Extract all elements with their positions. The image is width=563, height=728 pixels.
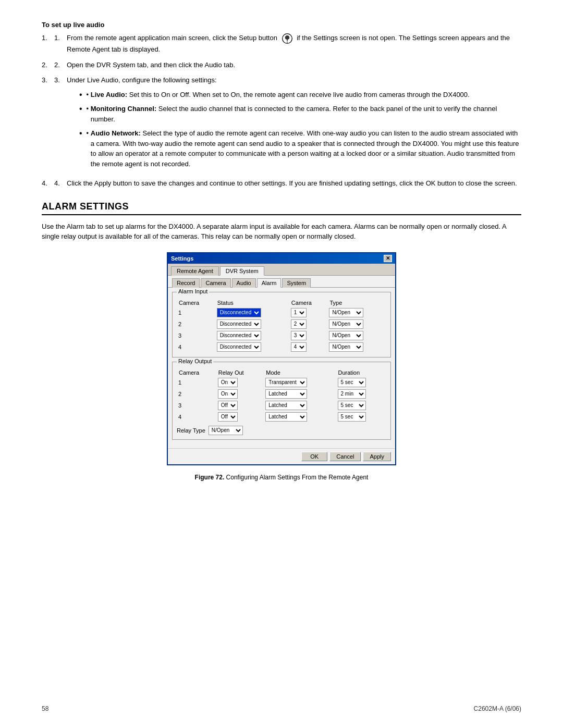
relay-type-select[interactable]: N/OpenN/Closed bbox=[209, 426, 243, 435]
alarm-camnum-select-4[interactable]: 1234 bbox=[291, 342, 307, 352]
relay-row-2: 2 OnOff TransparentLatched bbox=[177, 388, 386, 400]
alarm-status-3: DisconnectedConnected bbox=[215, 330, 289, 341]
relay-mode-select-4[interactable]: TransparentLatched bbox=[265, 412, 307, 422]
relay-col-camera: Camera bbox=[177, 368, 216, 377]
alarm-row-2: 2 DisconnectedConnected 1234 bbox=[177, 318, 386, 330]
tab-audio[interactable]: Audio bbox=[232, 278, 256, 288]
relay-duration-select-1[interactable]: 5 sec10 sec30 sec1 min2 min bbox=[338, 378, 366, 387]
relay-col-mode: Mode bbox=[264, 368, 336, 377]
alarm-camnum-4: 1234 bbox=[289, 341, 328, 353]
alarm-status-select-3[interactable]: DisconnectedConnected bbox=[217, 331, 261, 340]
relay-mode-2: TransparentLatched bbox=[264, 388, 336, 400]
relay-duration-select-2[interactable]: 5 sec10 sec30 sec1 min2 min bbox=[338, 389, 366, 399]
inner-tabs: Record Camera Audio Alarm System bbox=[168, 276, 395, 288]
setup-steps: 1. From the remote agent application mai… bbox=[42, 33, 521, 189]
alarm-camnum-2: 1234 bbox=[289, 318, 328, 330]
relay-col-duration: Duration bbox=[336, 368, 387, 377]
relay-row-1: 1 OnOff TransparentLatched bbox=[177, 377, 386, 388]
alarm-type-select-3[interactable]: N/OpenN/Closed bbox=[329, 331, 363, 340]
tab-alarm[interactable]: Alarm bbox=[257, 278, 282, 288]
relay-out-2: OnOff bbox=[216, 388, 264, 400]
alarm-status-1: Disconnected Connected Active bbox=[215, 307, 289, 318]
bullet-icon2: • bbox=[87, 104, 91, 124]
relay-row-4: 4 OnOff TransparentLatched bbox=[177, 411, 386, 423]
tab-camera[interactable]: Camera bbox=[201, 278, 230, 288]
alarm-status-select-1[interactable]: Disconnected Connected Active bbox=[217, 308, 261, 317]
dialog-close-button[interactable]: ✕ bbox=[384, 255, 392, 262]
bullet-live-audio-text: Set this to On or Off. When set to On, t… bbox=[129, 91, 470, 98]
alarm-status-4: DisconnectedConnected bbox=[215, 341, 289, 353]
alarm-camnum-1: 1234 bbox=[289, 307, 328, 318]
step2-text: Open the DVR System tab, and then click … bbox=[67, 60, 521, 70]
alarm-status-select-2[interactable]: DisconnectedConnected bbox=[217, 319, 261, 329]
col-camera2: Camera bbox=[289, 299, 328, 307]
relay-cam-3: 3 bbox=[177, 400, 216, 411]
tab-system[interactable]: System bbox=[282, 278, 311, 288]
relay-mode-1: TransparentLatched bbox=[264, 377, 336, 388]
tab-remote-agent[interactable]: Remote Agent bbox=[171, 266, 219, 276]
alarm-type-select-4[interactable]: N/OpenN/Closed bbox=[329, 342, 363, 352]
relay-out-select-4[interactable]: OnOff bbox=[218, 412, 238, 422]
figure-number: Figure 72. bbox=[195, 474, 225, 481]
alarm-input-title: Alarm Input bbox=[177, 288, 209, 294]
relay-cam-4: 4 bbox=[177, 411, 216, 423]
relay-output-table: Camera Relay Out Mode Duration 1 bbox=[177, 368, 386, 423]
relay-duration-select-4[interactable]: 5 sec10 sec30 sec1 min2 min bbox=[338, 412, 366, 422]
relay-duration-select-3[interactable]: 5 sec10 sec30 sec1 min2 min bbox=[338, 401, 366, 410]
relay-duration-2: 5 sec10 sec30 sec1 min2 min bbox=[336, 388, 387, 400]
alarm-camnum-select-3[interactable]: 1234 bbox=[291, 331, 307, 340]
svg-point-1 bbox=[287, 42, 288, 43]
alarm-settings-heading: ALARM SETTINGS bbox=[42, 201, 521, 215]
relay-mode-select-3[interactable]: TransparentLatched bbox=[265, 401, 307, 410]
relay-out-select-1[interactable]: OnOff bbox=[218, 378, 238, 387]
page-number: 58 bbox=[42, 705, 48, 712]
alarm-type-1: N/OpenN/Closed bbox=[327, 307, 386, 318]
page-footer: 58 C2602M-A (6/06) bbox=[42, 705, 521, 712]
tab-dvr-system[interactable]: DVR System bbox=[220, 266, 264, 276]
dialog-title: Settings bbox=[171, 255, 193, 262]
bullet-monitoring-label: Monitoring Channel: bbox=[91, 105, 156, 113]
bullet-monitoring: • Monitoring Channel: Select the audio c… bbox=[79, 104, 521, 124]
setup-button-icon bbox=[281, 33, 293, 44]
apply-button[interactable]: Apply bbox=[363, 452, 391, 461]
relay-duration-3: 5 sec10 sec30 sec1 min2 min bbox=[336, 400, 387, 411]
relay-output-title: Relay Output bbox=[177, 358, 213, 364]
alarm-status-select-4[interactable]: DisconnectedConnected bbox=[217, 342, 261, 352]
dialog-content: Alarm Input Camera Status Camera Type bbox=[168, 288, 395, 448]
relay-out-3: OnOff bbox=[216, 400, 264, 411]
alarm-type-2: N/OpenN/Closed bbox=[327, 318, 386, 330]
alarm-camnum-select-2[interactable]: 1234 bbox=[291, 319, 307, 329]
alarm-row-4: 4 DisconnectedConnected 1234 bbox=[177, 341, 386, 353]
alarm-type-4: N/OpenN/Closed bbox=[327, 341, 386, 353]
live-audio-heading: To set up live audio bbox=[42, 21, 521, 29]
relay-out-select-3[interactable]: OnOff bbox=[218, 401, 238, 410]
top-tabs: Remote Agent DVR System bbox=[168, 264, 395, 276]
relay-mode-select-2[interactable]: TransparentLatched bbox=[265, 389, 307, 399]
alarm-cam-2: 2 bbox=[177, 318, 215, 330]
relay-cam-2: 2 bbox=[177, 388, 216, 400]
dialog-titlebar: Settings ✕ bbox=[168, 253, 395, 264]
dialog-wrapper: Settings ✕ Remote Agent DVR System Recor… bbox=[42, 252, 521, 465]
live-audio-section: To set up live audio 1. From the remote … bbox=[42, 21, 521, 189]
alarm-input-table: Camera Status Camera Type 1 bbox=[177, 299, 386, 353]
alarm-camnum-select-1[interactable]: 1234 bbox=[291, 308, 307, 317]
alarm-settings-section: ALARM SETTINGS Use the Alarm tab to set … bbox=[42, 201, 521, 481]
relay-mode-select-1[interactable]: TransparentLatched bbox=[265, 378, 307, 387]
figure-desc: Configuring Alarm Settings From the Remo… bbox=[226, 474, 369, 481]
cancel-button[interactable]: Cancel bbox=[329, 452, 361, 461]
relay-cam-1: 1 bbox=[177, 377, 216, 388]
relay-type-row: Relay Type N/OpenN/Closed bbox=[177, 426, 386, 435]
tab-record[interactable]: Record bbox=[172, 278, 200, 288]
settings-dialog: Settings ✕ Remote Agent DVR System Recor… bbox=[167, 252, 396, 465]
relay-out-1: OnOff bbox=[216, 377, 264, 388]
bullet-live-audio-label: Live Audio: bbox=[91, 91, 127, 98]
bullet-audio-network-text: Select the type of audio the remote agen… bbox=[91, 129, 519, 168]
ok-button[interactable]: OK bbox=[301, 452, 327, 461]
relay-out-select-2[interactable]: OnOff bbox=[218, 389, 238, 399]
doc-code: C2602M-A (6/06) bbox=[474, 705, 521, 712]
alarm-type-select-1[interactable]: N/OpenN/Closed bbox=[329, 308, 363, 317]
relay-output-group: Relay Output Camera Relay Out Mode Durat… bbox=[172, 362, 391, 440]
step-4: 4. Click the Apply button to save the ch… bbox=[42, 178, 521, 189]
relay-duration-1: 5 sec10 sec30 sec1 min2 min bbox=[336, 377, 387, 388]
alarm-type-select-2[interactable]: N/OpenN/Closed bbox=[329, 319, 363, 329]
